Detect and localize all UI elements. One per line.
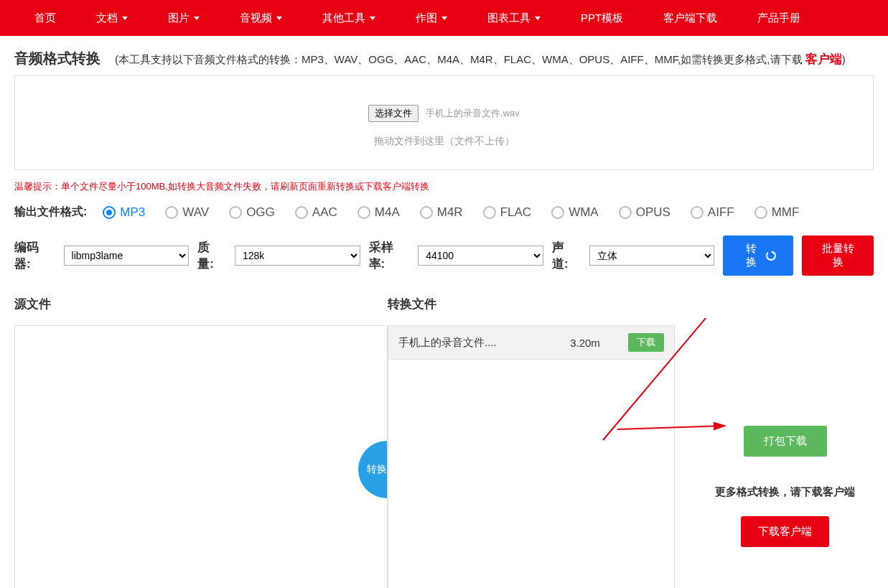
format-radio-m4r[interactable]: M4R [420,205,463,220]
nav-item-3[interactable]: 音视频 [220,0,302,36]
chevron-down-icon [370,17,375,20]
format-radio-label: WMA [569,205,599,220]
radio-icon [691,206,704,219]
result-size: 3.20m [556,337,614,349]
subtitle-suffix: ) [842,53,846,65]
choose-file-button[interactable]: 选择文件 [368,105,419,122]
nav-item-6[interactable]: 图表工具 [467,0,561,36]
result-panel: 手机上的录音文件.... 3.20m 下载 [388,325,675,588]
warning-text: 温馨提示：单个文件尽量小于100MB,如转换大音频文件失败，请刷新页面重新转换或… [0,170,888,199]
encoder-label: 编码器: [14,239,55,272]
chevron-down-icon [276,17,282,20]
nav-item-label: 图表工具 [487,11,531,25]
nav-item-8[interactable]: 客户端下载 [643,0,737,36]
nav-item-label: PPT模板 [581,11,623,25]
more-formats-text: 更多格式转换，请下载客户端 [696,485,874,499]
chevron-down-icon [441,17,447,20]
uploaded-filename: 手机上的录音文件.wav [426,108,520,118]
format-row: 输出文件格式: MP3WAVOGGAACM4AM4RFLACWMAOPUSAIF… [0,199,888,225]
nav-item-1[interactable]: 文档 [76,0,148,36]
chevron-down-icon [535,17,541,20]
nav-item-4[interactable]: 其他工具 [302,0,396,36]
format-radio-label: OGG [246,205,275,220]
source-panel-label: 源文件 [14,290,388,318]
format-radio-flac[interactable]: FLAC [483,205,531,220]
rate-label: 采样率: [369,239,410,272]
nav-item-2[interactable]: 图片 [148,0,220,36]
drag-hint: 拖动文件到这里（文件不上传） [29,135,859,148]
nav-item-label: 首页 [34,11,56,25]
nav-item-label: 作图 [416,11,437,25]
result-filename: 手机上的录音文件.... [398,336,556,350]
format-radio-label: FLAC [500,205,531,220]
format-radio-label: OPUS [636,205,670,220]
page-subtitle: (本工具支持以下音频文件格式的转换：MP3、WAV、OGG、AAC、M4A、M4… [115,51,846,67]
upload-box[interactable]: 选择文件 手机上的录音文件.wav 拖动文件到这里（文件不上传） [14,75,874,170]
format-radio-m4a[interactable]: M4A [357,205,400,220]
nav-item-0[interactable]: 首页 [14,0,76,36]
header-row: 音频格式转换 (本工具支持以下音频文件格式的转换：MP3、WAV、OGG、AAC… [0,36,888,75]
download-client-button[interactable]: 下载客户端 [741,516,829,547]
options-row: 编码器: libmp3lame 质量: 128k 采样率: 44100 声道: … [0,225,888,286]
format-radio-ogg[interactable]: OGG [229,205,275,220]
nav-item-label: 其他工具 [322,11,365,25]
radio-icon [754,206,767,219]
client-link[interactable]: 客户端 [805,52,842,66]
refresh-icon [766,251,776,261]
nav-item-7[interactable]: PPT模板 [561,0,643,36]
nav-item-label: 音视频 [240,11,272,25]
format-radio-label: M4R [437,205,463,220]
right-panel: 打包下载 更多格式转换，请下载客户端 下载客户端 [675,325,874,588]
format-radio-opus[interactable]: OPUS [619,205,670,220]
nav-item-label: 客户端下载 [663,11,717,25]
page-title: 音频格式转换 [14,49,101,68]
format-radio-wav[interactable]: WAV [165,205,209,220]
format-radio-wma[interactable]: WMA [551,205,599,220]
quality-select[interactable]: 128k [235,246,360,266]
format-radio-label: M4A [375,205,400,220]
format-radio-label: AAC [312,205,337,220]
nav-item-label: 产品手册 [757,11,800,25]
nav-item-5[interactable]: 作图 [396,0,467,36]
radio-icon [551,206,564,219]
format-radio-label: WAV [182,205,209,220]
rate-select[interactable]: 44100 [418,246,543,266]
radio-icon [483,206,496,219]
radio-icon [420,206,433,219]
subtitle-prefix: (本工具支持以下音频文件格式的转换：MP3、WAV、OGG、AAC、M4A、M4… [115,53,805,65]
format-radio-label: MMF [772,205,800,220]
source-panel: 转换完毕 [14,325,388,588]
radio-icon [357,206,370,219]
channel-select[interactable]: 立体 [589,246,715,266]
format-radio-aiff[interactable]: AIFF [691,205,734,220]
format-radio-mmf[interactable]: MMF [754,205,800,220]
radio-icon [165,206,178,219]
panels-container: 转换完毕 手机上的录音文件.... 3.20m 下载 打包下载 更多格式转换，请… [0,318,888,588]
format-radio-label: AIFF [708,205,734,220]
convert-button-label: 转换 [740,242,762,269]
result-panel-label: 转换文件 [388,290,436,318]
radio-icon [295,206,308,219]
format-radio-label: MP3 [120,205,145,220]
channel-label: 声道: [552,239,581,272]
nav-item-9[interactable]: 产品手册 [737,0,821,36]
convert-button[interactable]: 转换 [723,235,793,276]
nav-item-label: 文档 [96,11,118,25]
format-label: 输出文件格式: [14,205,87,220]
status-badge: 转换完毕 [358,441,388,498]
chevron-down-icon [194,17,200,20]
batch-convert-button[interactable]: 批量转换 [802,235,874,276]
download-button[interactable]: 下载 [628,333,664,352]
format-radio-mp3[interactable]: MP3 [103,205,145,220]
result-row: 手机上的录音文件.... 3.20m 下载 [388,326,674,360]
radio-icon [103,206,116,219]
radio-icon [619,206,632,219]
quality-label: 质量: [197,239,226,272]
encoder-select[interactable]: libmp3lame [64,246,190,266]
radio-icon [229,206,242,219]
chevron-down-icon [122,17,128,20]
top-navbar: 首页文档图片音视频其他工具作图图表工具PPT模板客户端下载产品手册 [0,0,888,36]
nav-item-label: 图片 [168,11,190,25]
pack-download-button[interactable]: 打包下载 [744,426,827,457]
format-radio-aac[interactable]: AAC [295,205,337,220]
